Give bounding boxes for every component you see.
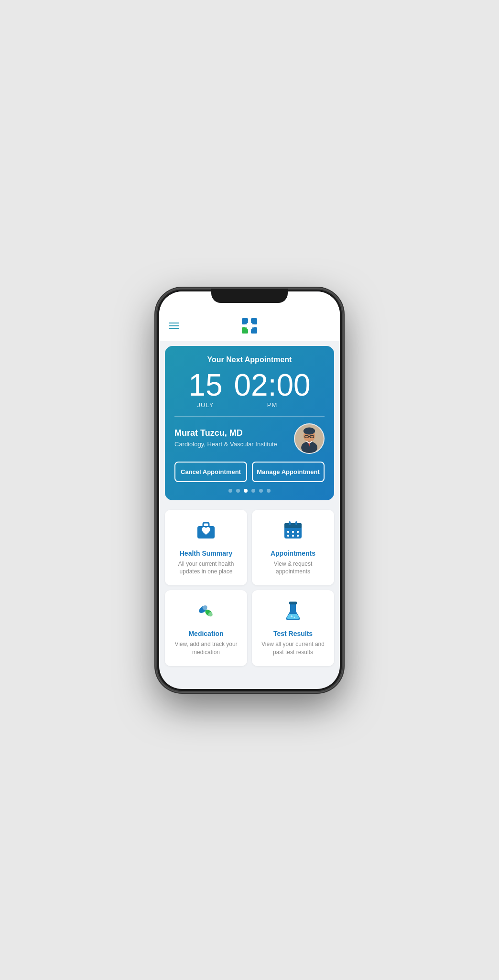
- appointment-month: JULY: [188, 401, 222, 409]
- svg-point-13: [304, 427, 315, 434]
- doctor-info: Murat Tuzcu, MD Cardiology, Heart & Vasc…: [174, 428, 288, 449]
- svg-rect-29: [289, 602, 297, 604]
- svg-point-30: [291, 615, 293, 617]
- doctor-section: Murat Tuzcu, MD Cardiology, Heart & Vasc…: [174, 423, 325, 454]
- doctor-name: Murat Tuzcu, MD: [174, 428, 288, 438]
- medication-icon: [195, 600, 217, 625]
- dot-6[interactable]: [267, 489, 271, 493]
- test-results-card[interactable]: Test Results View all your current and p…: [252, 590, 334, 666]
- card-divider: [174, 416, 325, 417]
- appointments-card[interactable]: Appointments View & request appointments: [252, 510, 334, 586]
- manage-appointment-button[interactable]: Manage Appointment: [252, 462, 325, 482]
- hamburger-menu[interactable]: [169, 323, 179, 329]
- svg-rect-16: [284, 523, 302, 528]
- health-summary-title: Health Summary: [180, 549, 232, 557]
- test-results-title: Test Results: [273, 630, 313, 637]
- app-header: [159, 312, 340, 341]
- svg-rect-24: [297, 535, 299, 537]
- app-logo: [240, 316, 259, 335]
- pagination-dots: [174, 489, 325, 493]
- appointment-buttons: Cancel Appointment Manage Appointment: [174, 462, 325, 482]
- main-content: Your Next Appointment 15 JULY 02:00 PM M…: [159, 341, 340, 689]
- doctor-specialty: Cardiology, Heart & Vascular Institute: [174, 440, 288, 449]
- appointments-desc: View & request appointments: [260, 560, 326, 576]
- medication-card[interactable]: Medication View, add and track your medi…: [165, 590, 247, 666]
- doctor-avatar: [294, 423, 325, 454]
- app-screen: Your Next Appointment 15 JULY 02:00 PM M…: [159, 291, 340, 689]
- appointment-time-block: 02:00 PM: [234, 370, 311, 409]
- phone-frame: Your Next Appointment 15 JULY 02:00 PM M…: [156, 289, 343, 692]
- appointment-date-block: 15 JULY: [188, 370, 222, 409]
- dot-5[interactable]: [259, 489, 263, 493]
- medication-desc: View, add and track your medication: [173, 640, 239, 657]
- svg-rect-22: [287, 535, 289, 537]
- dot-2[interactable]: [236, 489, 240, 493]
- svg-rect-6: [245, 324, 254, 328]
- appointment-day: 15: [188, 370, 222, 400]
- test-results-icon: [282, 600, 304, 625]
- health-summary-desc: All your current health updates in one p…: [173, 560, 239, 576]
- test-results-desc: View all your current and past test resu…: [260, 640, 326, 657]
- svg-rect-19: [287, 531, 289, 533]
- dot-1[interactable]: [228, 489, 232, 493]
- appointment-datetime: 15 JULY 02:00 PM: [174, 370, 325, 409]
- health-summary-card[interactable]: Health Summary All your current health u…: [165, 510, 247, 586]
- svg-rect-23: [292, 535, 294, 537]
- cancel-appointment-button[interactable]: Cancel Appointment: [174, 462, 247, 482]
- svg-rect-20: [292, 531, 294, 533]
- appointment-card-title: Your Next Appointment: [174, 355, 325, 364]
- appointment-period: PM: [234, 401, 311, 409]
- appointment-time: 02:00: [234, 370, 311, 400]
- svg-rect-21: [297, 531, 299, 533]
- svg-rect-17: [289, 521, 291, 525]
- phone-notch: [211, 289, 288, 303]
- dot-4[interactable]: [251, 489, 255, 493]
- health-summary-icon: [195, 519, 217, 545]
- svg-point-31: [294, 617, 295, 618]
- dot-3-active[interactable]: [244, 489, 248, 493]
- svg-rect-18: [295, 521, 297, 525]
- appointment-card: Your Next Appointment 15 JULY 02:00 PM M…: [165, 346, 334, 500]
- appointments-icon: [282, 519, 304, 545]
- medication-title: Medication: [188, 630, 223, 637]
- appointments-title: Appointments: [271, 549, 315, 557]
- feature-grid: Health Summary All your current health u…: [159, 505, 340, 671]
